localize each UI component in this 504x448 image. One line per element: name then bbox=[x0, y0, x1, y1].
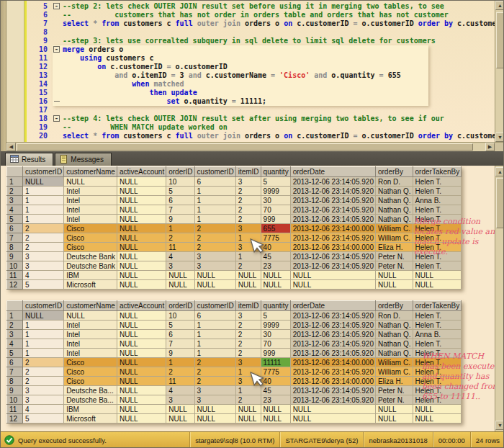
row-header[interactable]: 7 bbox=[7, 367, 23, 377]
grid-cell[interactable]: Eliza H. bbox=[375, 377, 413, 386]
grid-cell[interactable]: 1 bbox=[194, 321, 235, 330]
grid-cell[interactable]: Peter N. bbox=[375, 395, 413, 405]
grid-cell[interactable]: 1 bbox=[23, 330, 64, 339]
grid-cell[interactable]: 1 bbox=[23, 187, 64, 196]
grid-cell[interactable]: 999 bbox=[261, 215, 290, 224]
grid-cell[interactable]: 2 bbox=[23, 377, 64, 386]
grid-cell[interactable]: 2 bbox=[235, 349, 261, 358]
grid-cell[interactable]: NULL bbox=[413, 271, 462, 280]
grid-cell[interactable]: 2 bbox=[235, 187, 261, 196]
grid-cell[interactable]: NULL bbox=[117, 330, 166, 339]
row-header[interactable]: 3 bbox=[7, 196, 23, 205]
grid-cell[interactable]: 6 bbox=[194, 177, 235, 187]
grid-cell[interactable]: 23 bbox=[261, 395, 290, 405]
row-header[interactable]: 6 bbox=[7, 358, 23, 367]
grid-cell[interactable]: Microsoft bbox=[64, 280, 117, 290]
grid-cell[interactable]: 1 bbox=[194, 330, 235, 339]
grid-cell[interactable]: 3 bbox=[194, 395, 235, 405]
grid-cell[interactable]: 3 bbox=[235, 358, 261, 367]
grid-cell[interactable]: NULL bbox=[117, 177, 166, 187]
grid-cell[interactable]: 23 bbox=[261, 261, 290, 271]
grid-cell[interactable]: NULL bbox=[194, 280, 235, 290]
grid-cell[interactable]: 70 bbox=[261, 339, 290, 349]
grid-cell[interactable]: NULL bbox=[235, 280, 261, 290]
grid-cell[interactable]: 3 bbox=[235, 311, 261, 321]
grid-cell[interactable]: 3 bbox=[194, 386, 235, 395]
grid-cell[interactable]: Helen T. bbox=[413, 261, 462, 271]
grid-cell[interactable]: NULL bbox=[117, 205, 166, 215]
grid-cell[interactable]: NULL bbox=[235, 271, 261, 280]
grid-cell[interactable]: Intel bbox=[64, 339, 117, 349]
grid-cell[interactable]: 2 bbox=[194, 233, 235, 243]
grid-cell[interactable]: NULL bbox=[117, 311, 166, 321]
grid-cell[interactable]: 2013-12-06 23:14:00.000 bbox=[290, 224, 375, 233]
grid-cell[interactable]: 5 bbox=[23, 414, 64, 424]
grid-cell[interactable]: NULL bbox=[413, 280, 462, 290]
grid-cell[interactable]: 11111 bbox=[261, 358, 290, 367]
editor-hscroll-thumb[interactable] bbox=[17, 143, 473, 151]
grid-cell[interactable]: 2013-12-06 23:14:05.920 bbox=[290, 252, 375, 261]
grid-cell[interactable]: 2013-12-06 23:14:05.920 bbox=[290, 205, 375, 215]
scroll-right-icon[interactable]: ▶ bbox=[485, 143, 495, 151]
grid-cell[interactable]: William C. bbox=[375, 233, 413, 243]
grid-cell[interactable]: 30 bbox=[261, 330, 290, 339]
grid-cell[interactable]: 10 bbox=[166, 311, 194, 321]
column-header[interactable]: orderDate bbox=[290, 301, 375, 311]
row-header[interactable]: 10 bbox=[7, 261, 23, 271]
grid-cell[interactable]: Intel bbox=[64, 330, 117, 339]
grid-cell[interactable]: 9999 bbox=[261, 321, 290, 330]
grid-cell[interactable]: 2 bbox=[194, 224, 235, 233]
code-line[interactable]: 14 when matched bbox=[27, 80, 495, 89]
grid-cell[interactable]: 30 bbox=[261, 196, 290, 205]
grid-cell[interactable]: 2 bbox=[235, 339, 261, 349]
code-line[interactable]: 20select * from customers c full outer j… bbox=[27, 132, 495, 140]
column-header[interactable]: quantity bbox=[261, 167, 290, 177]
grid-cell[interactable]: NULL bbox=[413, 405, 462, 414]
grid-cell[interactable]: 5 bbox=[166, 321, 194, 330]
grid-cell[interactable]: 1 bbox=[194, 205, 235, 215]
grid-cell[interactable]: NULL bbox=[166, 280, 194, 290]
scroll-up-icon[interactable]: ▲ bbox=[495, 167, 504, 176]
grid-cell[interactable]: 655 bbox=[261, 224, 290, 233]
grid-cell[interactable]: NULL bbox=[166, 405, 194, 414]
grid-cell[interactable]: NULL bbox=[117, 224, 166, 233]
grid-cell[interactable]: NULL bbox=[117, 233, 166, 243]
column-header[interactable]: orderBy bbox=[375, 301, 413, 311]
grid-cell[interactable]: 9 bbox=[166, 215, 194, 224]
row-header[interactable]: 8 bbox=[7, 243, 23, 252]
column-header[interactable]: customerName bbox=[64, 301, 117, 311]
code-line[interactable]: 17 bbox=[27, 106, 495, 115]
grid-cell[interactable]: 4 bbox=[23, 271, 64, 280]
grid-cell[interactable]: Helen T. bbox=[413, 339, 462, 349]
grid-cell[interactable]: 2 bbox=[23, 233, 64, 243]
column-header[interactable]: orderTakenBy bbox=[413, 167, 462, 177]
grid-cell[interactable]: 6 bbox=[166, 196, 194, 205]
grid-cell[interactable]: 999 bbox=[261, 349, 290, 358]
grid-cell[interactable]: 2013-12-06 23:14:05.920 bbox=[290, 261, 375, 271]
grid-cell[interactable]: Intel bbox=[64, 321, 117, 330]
grid-cell[interactable]: 1 bbox=[166, 358, 194, 367]
grid-cell[interactable]: NULL bbox=[194, 414, 235, 424]
grid-cell[interactable]: Nathan Q. bbox=[375, 339, 413, 349]
code-line[interactable]: 11 using customers c bbox=[27, 54, 495, 63]
grid-cell[interactable]: 1 bbox=[166, 224, 194, 233]
sql-editor[interactable]: 5---step 2: lets check OUTER JOIN result… bbox=[1, 1, 504, 151]
grid-cell[interactable]: 1 bbox=[23, 321, 64, 330]
grid-cell[interactable]: NULL bbox=[64, 311, 117, 321]
grid-cell[interactable]: Nathan Q. bbox=[375, 205, 413, 215]
grid-cell[interactable]: 11 bbox=[166, 377, 194, 386]
grid-cell[interactable]: 2 bbox=[194, 377, 235, 386]
column-header[interactable]: orderBy bbox=[375, 167, 413, 177]
grid-cell[interactable]: NULL bbox=[117, 395, 166, 405]
grid-cell[interactable]: NULL bbox=[117, 252, 166, 261]
grid-cell[interactable]: 3 bbox=[166, 395, 194, 405]
grid-cell[interactable]: NULL bbox=[235, 405, 261, 414]
grid-cell[interactable]: 2 bbox=[23, 367, 64, 377]
row-header[interactable]: 3 bbox=[7, 330, 23, 339]
fold-toggle-icon[interactable]: - bbox=[53, 3, 60, 9]
grid-cell[interactable]: 1 bbox=[23, 339, 64, 349]
grid-cell[interactable]: NULL bbox=[117, 386, 166, 395]
row-header[interactable]: 4 bbox=[7, 205, 23, 215]
select-all-corner[interactable] bbox=[7, 167, 23, 177]
grid-cell[interactable]: NULL bbox=[117, 349, 166, 358]
